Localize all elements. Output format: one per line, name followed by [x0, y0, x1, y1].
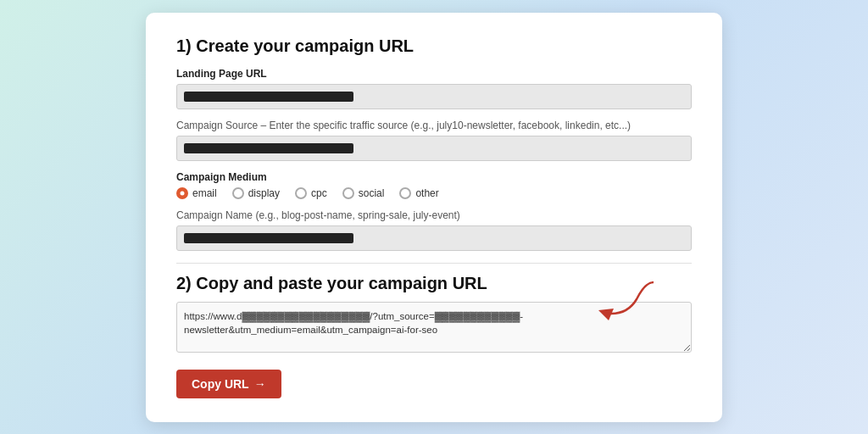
- radio-cpc[interactable]: cpc: [295, 187, 327, 199]
- landing-page-label: Landing Page URL: [176, 68, 692, 80]
- radio-cpc-label: cpc: [311, 187, 327, 199]
- radio-display-label: display: [248, 187, 280, 199]
- arrow-icon: [590, 278, 658, 320]
- landing-page-field: Landing Page URL: [176, 68, 692, 109]
- radio-display-circle: [232, 187, 244, 199]
- radio-email-circle: [176, 187, 188, 199]
- radio-other-circle: [399, 187, 411, 199]
- campaign-source-redacted: [184, 143, 353, 153]
- radio-group-medium: email display cpc social other: [176, 187, 692, 199]
- campaign-medium-field: Campaign Medium email display cpc social…: [176, 171, 692, 199]
- radio-display[interactable]: display: [232, 187, 280, 199]
- campaign-name-field: Campaign Name (e.g., blog-post-name, spr…: [176, 209, 692, 251]
- main-card: 1) Create your campaign URL Landing Page…: [146, 13, 722, 422]
- campaign-name-redacted: [184, 233, 353, 243]
- campaign-source-field: Campaign Source – Enter the specific tra…: [176, 120, 692, 161]
- landing-page-input[interactable]: [176, 84, 692, 109]
- radio-other-label: other: [415, 187, 438, 199]
- arrow-container: https://www.d▓▓▓▓▓▓▓▓▓▓▓▓▓▓▓▓▓▓/?utm_sou…: [176, 302, 692, 356]
- radio-other[interactable]: other: [399, 187, 438, 199]
- radio-cpc-circle: [295, 187, 307, 199]
- landing-page-redacted: [184, 92, 353, 102]
- copy-url-button[interactable]: Copy URL →: [176, 370, 281, 398]
- campaign-name-label: Campaign Name (e.g., blog-post-name, spr…: [176, 209, 692, 221]
- copy-url-label: Copy URL: [192, 377, 249, 391]
- radio-social-label: social: [359, 187, 385, 199]
- campaign-name-input[interactable]: [176, 225, 692, 251]
- radio-social-circle: [342, 187, 354, 199]
- copy-url-arrow: →: [254, 377, 266, 391]
- radio-email-label: email: [192, 187, 217, 199]
- radio-email[interactable]: email: [176, 187, 217, 199]
- campaign-medium-label: Campaign Medium: [176, 171, 692, 183]
- radio-social[interactable]: social: [342, 187, 385, 199]
- campaign-source-input[interactable]: [176, 136, 692, 161]
- section1-title: 1) Create your campaign URL: [176, 36, 692, 56]
- section-divider: [176, 263, 692, 264]
- campaign-source-label: Campaign Source – Enter the specific tra…: [176, 120, 692, 131]
